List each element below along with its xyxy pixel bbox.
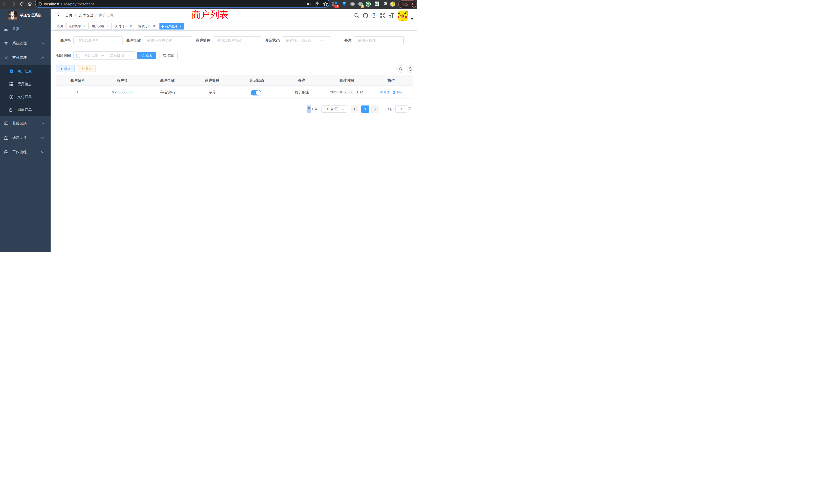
svg-text:⌘: ⌘ bbox=[351, 3, 354, 6]
svg-text:?: ? bbox=[373, 14, 375, 18]
